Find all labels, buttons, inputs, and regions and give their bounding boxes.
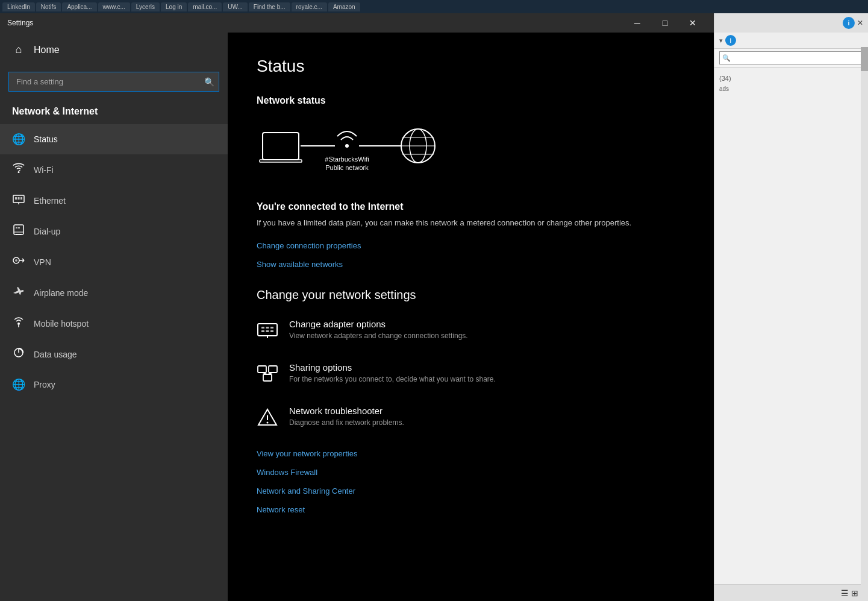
svg-rect-9 (18, 227, 20, 228)
svg-text:#StarbucksWifi: #StarbucksWifi (325, 156, 369, 163)
sidebar-item-label: Proxy (34, 380, 55, 389)
view-list-icon[interactable]: ☰ (841, 588, 849, 598)
right-panel-search-row (714, 49, 868, 68)
sidebar-item-hotspot[interactable]: Mobile hotspot (0, 308, 228, 339)
troubleshooter-text: Network troubleshooter Diagnose and fix … (289, 406, 404, 427)
svg-point-22 (345, 144, 349, 148)
right-panel-bottom-toolbar: ☰ ⊞ (714, 584, 861, 601)
right-panel-scrollbar[interactable] (861, 47, 868, 601)
troubleshooter-icon (257, 407, 278, 432)
taskbar-tab-lyceris[interactable]: Lyceris (131, 2, 160, 11)
ads-label: ads (719, 86, 863, 92)
connection-desc: If you have a limited data plan, you can… (257, 217, 685, 229)
taskbar-tab-royale[interactable]: royale.c... (292, 2, 327, 11)
taskbar-tab-login[interactable]: Log in (161, 2, 187, 11)
sidebar-item-ethernet[interactable]: Ethernet (0, 185, 228, 216)
sidebar-item-label: VPN (34, 257, 51, 267)
sidebar-search-container: 🔍 (8, 72, 219, 92)
taskbar-tab-amazon[interactable]: Amazon (328, 2, 360, 11)
sidebar-item-status[interactable]: 🌐 Status (0, 124, 228, 154)
sidebar-item-home[interactable]: ⌂ Home (0, 33, 228, 67)
sidebar-item-proxy[interactable]: 🌐 Proxy (0, 370, 228, 400)
right-panel: i ✕ ▾ i (34) ads ☰ ⊞ (714, 13, 868, 601)
taskbar: LinkedIn Notifs Applica... www.c... Lyce… (0, 0, 868, 13)
windows-firewall-link[interactable]: Windows Firewall (257, 468, 685, 477)
taskbar-tab-uw[interactable]: UW... (223, 2, 247, 11)
minimize-button[interactable]: ─ (623, 13, 651, 33)
svg-rect-6 (14, 225, 23, 234)
taskbar-tab-www[interactable]: www.c... (98, 2, 130, 11)
svg-rect-38 (270, 330, 273, 332)
scrollbar-thumb[interactable] (861, 47, 868, 71)
change-connection-link[interactable]: Change connection properties (257, 241, 685, 250)
badge-container: (34) (719, 72, 731, 83)
taskbar-tab-find[interactable]: Find the b... (249, 2, 290, 11)
svg-point-15 (17, 323, 20, 325)
sharing-title: Sharing options (289, 362, 496, 373)
bottom-links: View your network properties Windows Fir… (257, 449, 685, 514)
sidebar-item-data[interactable]: Data usage (0, 339, 228, 370)
svg-rect-37 (266, 330, 269, 332)
maximize-button[interactable]: □ (651, 13, 679, 33)
titlebar-controls: ─ □ ✕ (623, 13, 707, 33)
network-sharing-center-link[interactable]: Network and Sharing Center (257, 486, 685, 496)
dropdown-arrow: ▾ (719, 37, 723, 45)
notification-area: (34) ads (714, 68, 868, 97)
sidebar-item-dialup[interactable]: Dial-up (0, 216, 228, 247)
adapter-text: Change adapter options View network adap… (289, 319, 468, 340)
sidebar-item-label: Mobile hotspot (34, 319, 89, 329)
troubleshooter-title: Network troubleshooter (289, 406, 404, 416)
adapter-icon (257, 320, 278, 343)
sidebar-item-airplane[interactable]: Airplane mode (0, 277, 228, 308)
settings-body: ⌂ Home 🔍 Network & Internet 🌐 Status (0, 33, 714, 601)
sidebar-item-vpn[interactable]: VPN (0, 247, 228, 277)
svg-point-45 (267, 421, 269, 423)
svg-rect-34 (266, 327, 269, 329)
troubleshooter-option[interactable]: Network troubleshooter Diagnose and fix … (257, 403, 685, 435)
sidebar: ⌂ Home 🔍 Network & Internet 🌐 Status (0, 33, 228, 601)
svg-rect-20 (260, 160, 302, 162)
taskbar-tab-mail[interactable]: mail.co... (188, 2, 222, 11)
main-content: Status Network status #StarbucksWifi Pu (228, 33, 714, 601)
network-status-label: Network status (257, 95, 685, 106)
svg-rect-33 (261, 327, 264, 329)
svg-rect-19 (263, 133, 299, 160)
svg-rect-8 (16, 227, 17, 228)
sidebar-home-label: Home (34, 45, 60, 55)
sharing-text: Sharing options For the networks you con… (289, 362, 496, 383)
badge-label: (34) (719, 75, 731, 82)
taskbar-tab-notifs[interactable]: Notifs (36, 2, 61, 11)
adapter-title: Change adapter options (289, 319, 468, 329)
svg-rect-5 (20, 197, 22, 200)
svg-rect-31 (258, 324, 277, 336)
home-icon: ⌂ (12, 43, 25, 56)
svg-rect-3 (15, 197, 17, 200)
close-icon[interactable]: ✕ (857, 19, 863, 27)
settings-title: Settings (7, 19, 33, 27)
close-button[interactable]: ✕ (679, 13, 707, 33)
dialup-icon (12, 224, 25, 238)
sidebar-item-label: Dial-up (34, 227, 60, 236)
adapter-option[interactable]: Change adapter options View network adap… (257, 316, 685, 345)
sidebar-item-wifi[interactable]: Wi-Fi (0, 154, 228, 185)
sharing-option[interactable]: Sharing options For the networks you con… (257, 360, 685, 389)
page-title: Status (257, 57, 685, 76)
wifi-icon (12, 163, 25, 177)
taskbar-tab-linkedin[interactable]: LinkedIn (2, 2, 35, 11)
show-networks-link[interactable]: Show available networks (257, 260, 685, 269)
info-icon-blue[interactable]: i (725, 35, 736, 46)
view-network-properties-link[interactable]: View your network properties (257, 449, 685, 458)
ethernet-icon (12, 194, 25, 207)
svg-rect-4 (18, 197, 20, 200)
search-icon: 🔍 (204, 77, 214, 87)
network-reset-link[interactable]: Network reset (257, 505, 685, 514)
svg-text:Public network: Public network (325, 164, 369, 171)
sidebar-item-label: Airplane mode (34, 288, 88, 298)
taskbar-tab-applica[interactable]: Applica... (62, 2, 96, 11)
search-input[interactable] (8, 72, 219, 92)
network-diagram-svg: #StarbucksWifi Public network (257, 121, 510, 181)
info-icon-symbol: i (848, 19, 849, 27)
svg-point-0 (18, 171, 20, 173)
right-panel-search-input[interactable] (719, 51, 863, 65)
view-grid-icon[interactable]: ⊞ (851, 588, 858, 598)
